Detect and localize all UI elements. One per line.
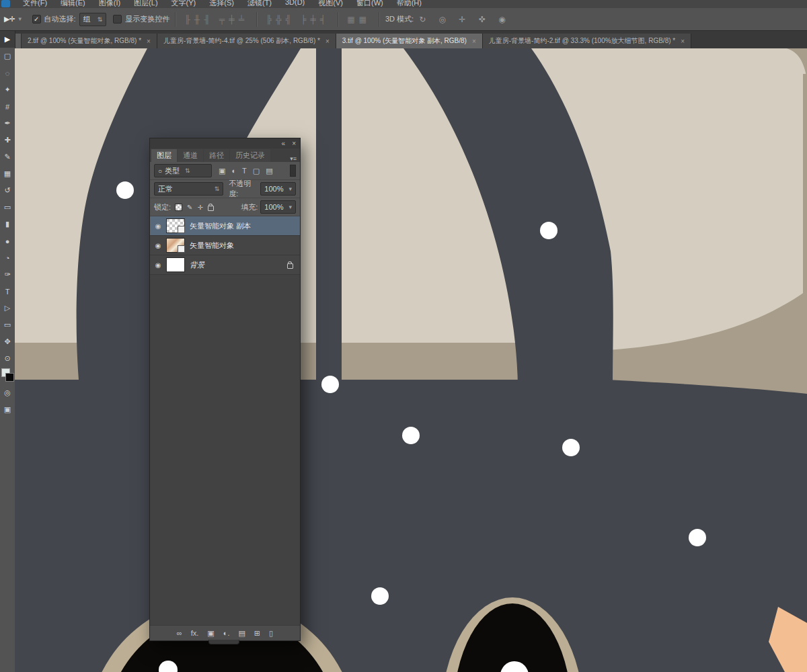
layer-thumbnail[interactable] (166, 257, 185, 272)
lock-position-icon[interactable]: ✛ (197, 204, 202, 211)
layer-visibility-eye-icon[interactable]: ◉ (153, 222, 163, 230)
filter-shape-layers-icon[interactable]: ▢ (253, 167, 260, 175)
crop-tool[interactable]: # (0, 98, 15, 115)
distribute-widths-icon[interactable]: ▦▦ (347, 15, 371, 24)
tab-history[interactable]: 历史记录 (230, 149, 270, 162)
hand-tool[interactable]: ✥ (0, 333, 15, 350)
move-tool-icon[interactable]: ▶✛ (4, 15, 15, 24)
blend-mode-select[interactable]: 正常 ⇅ (154, 182, 223, 196)
move-tool[interactable]: ▶ (0, 31, 15, 48)
collapse-panel-icon[interactable]: « (282, 140, 286, 147)
healing-brush-tool[interactable]: ✚ (0, 132, 15, 149)
filter-smart-objects-icon[interactable]: ▤ (266, 167, 272, 175)
panel-resize-notch[interactable] (208, 640, 239, 644)
layer-group-icon[interactable]: ▤ (238, 629, 245, 638)
filter-toggle[interactable] (290, 165, 296, 177)
menu-item[interactable]: 3D(D) (285, 0, 305, 8)
menu-item[interactable]: 图像(I) (99, 0, 120, 8)
filter-type-combo[interactable]: ○ 类型 ⇅ (154, 164, 212, 177)
layer-row[interactable]: ◉矢量智能对象 (150, 236, 300, 255)
delete-layer-icon[interactable]: ▯ (269, 629, 273, 638)
lock-all-icon[interactable] (208, 206, 214, 211)
eraser-tool[interactable]: ▭ (0, 199, 15, 216)
path-selection-tool[interactable]: ▷ (0, 300, 15, 317)
layer-visibility-eye-icon[interactable]: ◉ (153, 261, 163, 269)
distribute-icons[interactable]: ╠╬╣ (266, 15, 295, 24)
clone-stamp-tool[interactable]: ▦ (0, 165, 15, 182)
layer-thumbnail[interactable] (166, 238, 185, 253)
layer-row[interactable]: ◉矢量智能对象 副本 (150, 216, 300, 236)
brush-tool[interactable]: ✎ (0, 149, 15, 165)
filter-adjustment-layers-icon[interactable]: ◐ (231, 167, 236, 175)
layer-mask-icon[interactable]: ▣ (207, 629, 214, 638)
history-brush-tool[interactable]: ↺ (0, 182, 15, 199)
menu-item[interactable]: 文字(Y) (171, 0, 196, 8)
auto-select-combo[interactable]: 组 ⇅ (79, 13, 107, 26)
link-layers-icon[interactable]: ∞ (177, 629, 182, 637)
document-tab[interactable]: 儿童房-背景墙-简约-4.tif @ 25% (506 副本, RGB/8) *… (157, 34, 336, 48)
canvas-area[interactable] (15, 48, 807, 672)
lock-pixels-icon[interactable]: ✎ (187, 204, 192, 211)
menu-item[interactable]: 选择(S) (209, 0, 234, 8)
menu-item[interactable]: 滤镜(T) (247, 0, 272, 8)
marquee-tool[interactable]: ▢ (0, 48, 15, 65)
filter-pixel-layers-icon[interactable]: ▣ (219, 167, 225, 175)
menu-item[interactable]: 文件(F) (23, 0, 47, 8)
document-tab[interactable]: 3.tif @ 100% (矢量智能对象 副本, RGB/8)× (336, 34, 483, 48)
distribute-icons-2[interactable]: ╞╪╡ (301, 15, 330, 24)
menu-item[interactable]: 帮助(H) (397, 0, 422, 8)
close-tab-icon[interactable]: × (147, 38, 151, 45)
layer-style-icon[interactable]: fx. (191, 629, 199, 637)
menu-item[interactable]: 窗口(W) (356, 0, 383, 8)
new-layer-icon[interactable]: ⊞ (254, 629, 260, 638)
eyedropper-tool[interactable]: ✒ (0, 115, 15, 132)
tab-paths[interactable]: 路径 (204, 149, 229, 162)
pen-tool[interactable]: ✑ (0, 266, 15, 283)
adjustment-layer-icon[interactable]: ◐. (223, 629, 230, 637)
layer-row[interactable]: ◉背景 (150, 255, 300, 275)
layer-thumbnail[interactable] (166, 218, 185, 233)
quick-selection-tool[interactable]: ✦ (0, 81, 15, 98)
close-tab-icon[interactable]: × (325, 38, 330, 45)
panel-menu-icon[interactable]: ▾≡ (290, 155, 300, 162)
auto-select-checkbox[interactable]: ✓ (32, 15, 41, 24)
combo-arrows-icon: ⇅ (185, 167, 190, 174)
fill-input[interactable]: 100% ▾ (260, 200, 296, 214)
lasso-tool[interactable]: ◌ (0, 65, 15, 81)
document-tab[interactable]: 2.tif @ 100% (矢量智能对象, RGB/8) *× (22, 34, 157, 48)
tab-channels[interactable]: 通道 (178, 149, 203, 162)
quick-mask-button[interactable]: ◎ (0, 384, 15, 401)
show-transform-checkbox[interactable] (113, 15, 122, 24)
polka-dot (371, 587, 389, 605)
blur-tool[interactable]: ● (0, 233, 15, 249)
dodge-tool[interactable]: ◔ (0, 249, 15, 266)
zoom-tool[interactable]: ⊙ (0, 350, 15, 367)
type-tool[interactable]: T (0, 283, 15, 300)
align-center-icons[interactable]: ╤╪╧ (219, 15, 249, 24)
layer-visibility-eye-icon[interactable]: ◉ (153, 242, 163, 249)
document-tab[interactable]: 儿童房-背景墙-简约-2.tif @ 33.3% (100%放大细节图, RGB… (483, 34, 691, 48)
dropdown-icon: ▾ (289, 185, 292, 192)
menu-item[interactable]: 编辑(E) (61, 0, 85, 8)
foreground-background-swatches[interactable] (0, 367, 15, 384)
mode-3d-icons[interactable]: ↻ ◎ ✛ ✜ ◉ (419, 15, 510, 24)
align-left-icons[interactable]: ╟╫╢ (184, 15, 214, 24)
close-panel-icon[interactable]: × (292, 140, 296, 147)
tab-layers[interactable]: 图层 (151, 149, 177, 162)
close-tab-icon[interactable]: × (472, 38, 476, 45)
close-tab-icon[interactable]: × (681, 38, 685, 45)
lock-transparency-icon[interactable] (175, 204, 182, 211)
menu-item[interactable]: 图层(L) (134, 0, 157, 8)
background-color-swatch[interactable] (5, 373, 14, 382)
menu-item[interactable]: 视图(V) (318, 0, 343, 8)
blend-mode-row: 正常 ⇅ 不透明度: 100% ▾ (150, 180, 300, 198)
layer-name: 矢量智能对象 (190, 241, 297, 251)
gradient-tool[interactable]: ▮ (0, 216, 15, 233)
tool-preset-dropdown-icon[interactable]: ▼ (17, 16, 23, 22)
filter-type-layers-icon[interactable]: T (242, 167, 247, 175)
polka-dot (116, 181, 134, 199)
shape-tool[interactable]: ▭ (0, 317, 15, 333)
canvas-tan-right-strip (803, 74, 807, 296)
screen-mode-button[interactable]: ▣ (0, 401, 15, 418)
opacity-input[interactable]: 100% ▾ (260, 182, 296, 196)
